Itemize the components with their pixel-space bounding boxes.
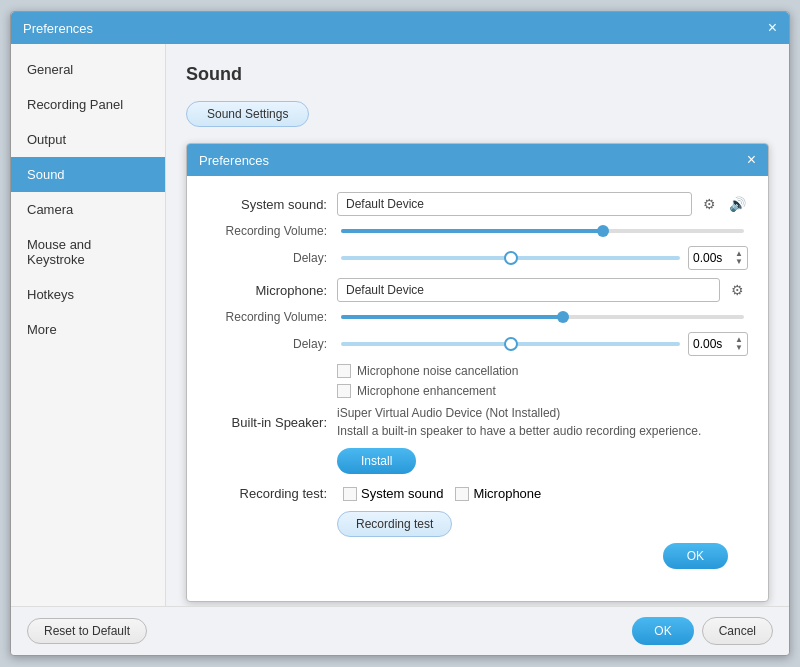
enhancement-label: Microphone enhancement [357, 384, 496, 398]
system-sound-gear-icon[interactable]: ⚙ [698, 193, 720, 215]
system-recording-volume-row: Recording Volume: [207, 224, 748, 238]
system-sound-label: System sound: [207, 197, 337, 212]
system-sound-icons: ⚙ 🔊 [698, 193, 748, 215]
inner-dialog-body: System sound: Default Device ⚙ 🔊 [187, 176, 768, 601]
system-delay-label: Delay: [207, 251, 337, 265]
sound-settings-button[interactable]: Sound Settings [186, 101, 309, 127]
bottom-bar: Reset to Default OK Cancel [11, 606, 789, 655]
install-button[interactable]: Install [337, 448, 416, 474]
system-volume-track [341, 229, 744, 233]
inner-preferences-dialog: Preferences × System sound: Default Devi… [186, 143, 769, 602]
recording-test-button[interactable]: Recording test [337, 511, 452, 537]
microphone-select[interactable]: Default Device [337, 278, 720, 302]
recording-test-microphone-checkbox[interactable] [455, 487, 469, 501]
window-close-button[interactable]: × [768, 20, 777, 36]
bottom-right-buttons: OK Cancel [632, 617, 773, 645]
content-area: General Recording Panel Output Sound Cam… [11, 44, 789, 606]
recording-test-system-sound-label: System sound [361, 486, 443, 501]
system-delay-value-box: 0.00s ▲ ▼ [688, 246, 748, 270]
inner-ok-area: OK [207, 537, 748, 585]
system-sound-select-wrapper: Default Device [337, 192, 692, 216]
window-title: Preferences [23, 21, 93, 36]
title-bar: Preferences × [11, 12, 789, 44]
enhancement-checkbox[interactable] [337, 384, 351, 398]
mic-delay-row: Delay: 0.00s ▲ ▼ [207, 332, 748, 356]
system-delay-value-text: 0.00s [693, 251, 722, 265]
system-delay-slider: 0.00s ▲ ▼ [337, 246, 748, 270]
microphone-label: Microphone: [207, 283, 337, 298]
mic-delay-spinner[interactable]: ▲ ▼ [735, 336, 743, 352]
mic-volume-track [341, 315, 744, 319]
recording-test-microphone-label: Microphone [473, 486, 541, 501]
system-recording-volume-label: Recording Volume: [207, 224, 337, 238]
noise-cancellation-row: Microphone noise cancellation [337, 364, 748, 378]
system-sound-check-item: System sound [343, 486, 443, 501]
microphone-check-item: Microphone [455, 486, 541, 501]
mic-delay-track [341, 342, 680, 346]
cancel-button[interactable]: Cancel [702, 617, 773, 645]
system-volume-fill [341, 229, 603, 233]
inner-dialog-titlebar: Preferences × [187, 144, 768, 176]
system-sound-select[interactable]: Default Device [337, 192, 692, 216]
sidebar-item-recording-panel[interactable]: Recording Panel [11, 87, 165, 122]
mic-volume-slider[interactable] [337, 315, 748, 319]
sidebar-item-mouse-keystroke[interactable]: Mouse and Keystroke [11, 227, 165, 277]
mic-recording-volume-label: Recording Volume: [207, 310, 337, 324]
sidebar-item-camera[interactable]: Camera [11, 192, 165, 227]
microphone-select-wrapper: Default Device [337, 278, 720, 302]
system-sound-volume-icon[interactable]: 🔊 [726, 193, 748, 215]
microphone-row: Microphone: Default Device ⚙ [207, 278, 748, 302]
microphone-gear-icon[interactable]: ⚙ [726, 279, 748, 301]
system-delay-track [341, 256, 680, 260]
inner-ok-button[interactable]: OK [663, 543, 728, 569]
builtin-speaker-text2: Install a built-in speaker to have a bet… [337, 422, 701, 440]
system-volume-slider[interactable] [337, 229, 748, 233]
mic-delay-down[interactable]: ▼ [735, 344, 743, 352]
reset-to-default-button[interactable]: Reset to Default [27, 618, 147, 644]
section-title: Sound [186, 64, 769, 85]
recording-test-system-sound-checkbox[interactable] [343, 487, 357, 501]
inner-dialog-title: Preferences [199, 153, 269, 168]
microphone-icons: ⚙ [726, 279, 748, 301]
sidebar-item-hotkeys[interactable]: Hotkeys [11, 277, 165, 312]
sidebar: General Recording Panel Output Sound Cam… [11, 44, 166, 606]
mic-recording-volume-row: Recording Volume: [207, 310, 748, 324]
system-delay-spinner[interactable]: ▲ ▼ [735, 250, 743, 266]
main-window: Preferences × General Recording Panel Ou… [10, 11, 790, 656]
mic-delay-value-box: 0.00s ▲ ▼ [688, 332, 748, 356]
mic-delay-value-text: 0.00s [693, 337, 722, 351]
recording-test-label: Recording test: [207, 486, 337, 501]
system-delay-down[interactable]: ▼ [735, 258, 743, 266]
mic-volume-fill [341, 315, 563, 319]
mic-volume-thumb[interactable] [557, 311, 569, 323]
mic-delay-slider: 0.00s ▲ ▼ [337, 332, 748, 356]
sidebar-item-output[interactable]: Output [11, 122, 165, 157]
ok-button[interactable]: OK [632, 617, 693, 645]
system-sound-row: System sound: Default Device ⚙ 🔊 [207, 192, 748, 216]
main-content: Sound Sound Settings Preferences × Syste… [166, 44, 789, 606]
sidebar-item-more[interactable]: More [11, 312, 165, 347]
system-delay-thumb[interactable] [504, 251, 518, 265]
mic-delay-thumb[interactable] [504, 337, 518, 351]
system-volume-thumb[interactable] [597, 225, 609, 237]
builtin-speaker-row: Built-in Speaker: iSuper Virtual Audio D… [207, 404, 748, 440]
noise-cancellation-label: Microphone noise cancellation [357, 364, 518, 378]
recording-test-label-row: Recording test: System sound Microphone [207, 486, 748, 501]
noise-cancellation-checkbox[interactable] [337, 364, 351, 378]
system-delay-row: Delay: 0.00s ▲ ▼ [207, 246, 748, 270]
inner-dialog-close-button[interactable]: × [747, 151, 756, 169]
builtin-speaker-text1: iSuper Virtual Audio Device (Not Install… [337, 404, 701, 422]
mic-delay-label: Delay: [207, 337, 337, 351]
sidebar-item-general[interactable]: General [11, 52, 165, 87]
builtin-speaker-label: Built-in Speaker: [207, 415, 337, 430]
enhancement-row: Microphone enhancement [337, 384, 748, 398]
recording-test-checks: System sound Microphone [343, 486, 541, 501]
sidebar-item-sound[interactable]: Sound [11, 157, 165, 192]
builtin-speaker-info: iSuper Virtual Audio Device (Not Install… [337, 404, 701, 440]
